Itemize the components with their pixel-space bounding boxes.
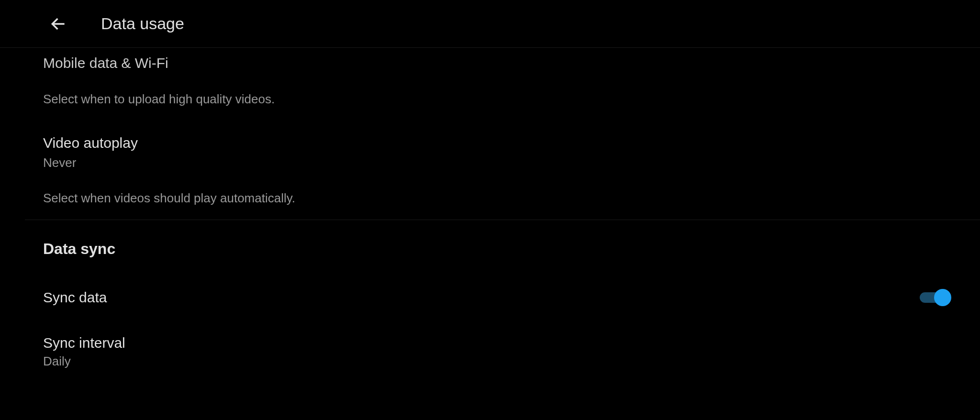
sync-interval-setting[interactable]: Sync interval Daily [43,333,947,369]
video-autoplay-title: Video autoplay [43,133,947,152]
header: Data usage [0,0,980,48]
upload-quality-description: Select when to upload high quality video… [43,91,947,108]
sync-interval-title: Sync interval [43,333,947,352]
upload-quality-setting[interactable]: Mobile data & Wi-Fi Select when to uploa… [43,48,947,108]
data-sync-section-header: Data sync [43,240,947,258]
content: Mobile data & Wi-Fi Select when to uploa… [0,48,980,369]
video-autoplay-value: Never [43,155,947,171]
sync-data-label: Sync data [43,289,107,306]
video-autoplay-setting[interactable]: Video autoplay Never Select when videos … [43,108,947,220]
toggle-knob [934,289,951,306]
upload-quality-value: Mobile data & Wi-Fi [43,54,947,72]
sync-interval-value: Daily [43,354,947,369]
back-button[interactable] [45,11,71,37]
back-arrow-icon [49,15,67,33]
sync-data-toggle[interactable] [920,292,947,303]
sync-data-setting[interactable]: Sync data [43,289,947,306]
divider [25,220,980,220]
video-autoplay-description: Select when videos should play automatic… [43,190,947,207]
page-title: Data usage [101,14,184,33]
